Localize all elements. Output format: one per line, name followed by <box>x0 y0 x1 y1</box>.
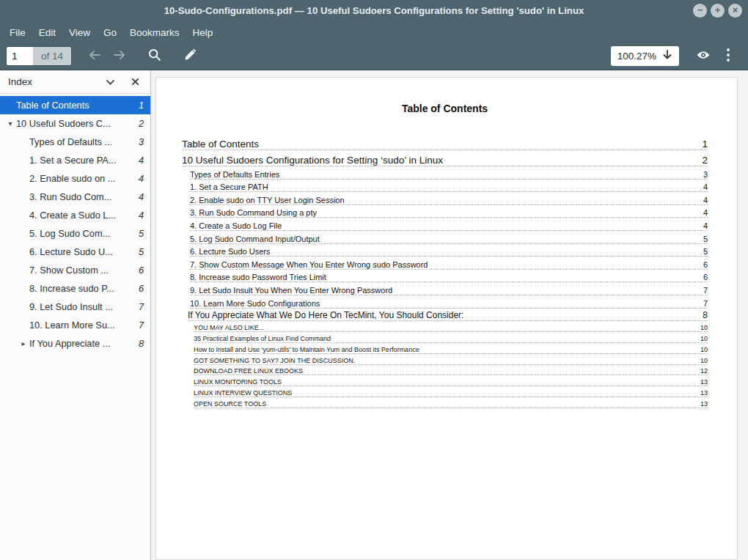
close-icon <box>131 75 139 89</box>
close-button[interactable]: × <box>728 4 742 18</box>
index-tree-item[interactable]: 5. Log Sudo Com...5 <box>0 224 150 243</box>
toc-entry[interactable]: 4. Create a Sudo Log File4 <box>190 218 708 231</box>
index-tree-item[interactable]: 8. Increase sudo P...6 <box>0 279 150 298</box>
options-menu-button[interactable] <box>716 45 741 67</box>
toc-entry-title: 10 Useful Sudoers Configurations for Set… <box>182 155 696 166</box>
toc-entry-page: 4 <box>697 183 708 191</box>
toc-entry-page: 5 <box>697 247 708 256</box>
toc-entry-page: 10 <box>694 335 708 342</box>
pdf-page: Table of Contents Table of Contents110 U… <box>155 77 738 560</box>
toc-entry[interactable]: 6. Lecture Sudo Users5 <box>190 244 708 257</box>
toc-entry[interactable]: 2. Enable sudo on TTY User Login Session… <box>190 192 708 205</box>
toc-entry-title: 4. Create a Sudo Log File <box>190 221 697 230</box>
toc-entry[interactable]: LINUX MONITORING TOOLS13 <box>194 375 708 386</box>
sidebar-close-button[interactable] <box>127 74 143 90</box>
maximize-button[interactable]: + <box>711 4 725 18</box>
index-item-label: Types of Defaults ... <box>29 136 136 147</box>
document-toc-list: Table of Contents110 Useful Sudoers Conf… <box>182 134 708 408</box>
index-item-page: 1 <box>136 100 150 111</box>
previous-page-button[interactable] <box>82 45 107 67</box>
menu-file[interactable]: File <box>3 24 32 41</box>
toc-entry[interactable]: 35 Practical Examples of Linux Find Comm… <box>194 332 708 343</box>
index-tree-item[interactable]: 9. Let Sudo Insult ...7 <box>0 298 150 316</box>
zoom-level-dropdown[interactable]: 100.27% <box>611 46 679 66</box>
index-tree-item[interactable]: 2. Enable sudo on ...4 <box>0 169 150 188</box>
expanded-icon[interactable]: ▾ <box>4 119 16 128</box>
menu-go[interactable]: Go <box>97 24 123 41</box>
toc-entry-page: 2 <box>696 155 708 166</box>
toc-entry-page: 3 <box>697 170 708 179</box>
toc-entry[interactable]: LINUX INTERVIEW QUESTIONS13 <box>194 386 708 397</box>
sidebar-header: Index <box>0 70 150 94</box>
index-item-label: 3. Run Sudo Com... <box>29 191 136 202</box>
annotate-button[interactable] <box>177 45 202 67</box>
index-item-page: 7 <box>136 301 150 312</box>
index-tree-item[interactable]: 4. Create a Sudo L...4 <box>0 206 150 224</box>
index-tree-item[interactable]: 6. Lecture Sudo U...5 <box>0 243 150 261</box>
search-button[interactable] <box>142 45 167 67</box>
toc-entry-title: LINUX MONITORING TOOLS <box>194 378 694 386</box>
toc-entry[interactable]: How to Install and Use ‘yum-utils’ to Ma… <box>194 343 708 354</box>
menu-help[interactable]: Help <box>186 24 220 41</box>
index-tree-item[interactable]: ▾10 Useful Sudoers C...2 <box>0 114 150 133</box>
toc-entry-page: 4 <box>697 196 708 205</box>
toc-entry[interactable]: 3. Run Sudo Command Using a pty4 <box>190 205 708 218</box>
page-total-label: of 14 <box>33 47 71 65</box>
titlebar[interactable]: 10-Sudo-Configurations.pdf — 10 Useful S… <box>0 0 748 22</box>
menu-edit[interactable]: Edit <box>32 24 62 41</box>
index-item-label: 10. Learn More Su... <box>29 320 136 331</box>
toc-entry-title: If You Appreciate What We Do Here On Tec… <box>188 310 697 320</box>
document-view[interactable]: Table of Contents Table of Contents110 U… <box>151 70 748 560</box>
toc-entry[interactable]: Types of Defaults Entries3 <box>190 166 708 180</box>
search-icon <box>148 48 161 65</box>
toc-entry-title: 10. Learn More Sudo Configurations <box>190 299 697 308</box>
toc-entry-page: 10 <box>694 324 708 331</box>
toc-entry[interactable]: 8. Increase sudo Password Tries Limit6 <box>190 270 708 283</box>
toc-entry[interactable]: YOU MAY ALSO LIKE...10 <box>194 321 708 332</box>
index-item-label: If You Appreciate ... <box>29 338 136 349</box>
minimize-button[interactable]: − <box>693 4 707 18</box>
toc-entry[interactable]: GOT SOMETHING TO SAY? JOIN THE DISCUSSIO… <box>194 354 708 365</box>
toc-entry-title: OPEN SOURCE TOOLS <box>194 400 694 408</box>
toc-entry[interactable]: Table of Contents1 <box>182 134 708 150</box>
toc-entry[interactable]: 5. Log Sudo Command Input/Output5 <box>190 231 708 244</box>
toc-entry-title: LINUX INTERVIEW QUESTIONS <box>194 389 694 397</box>
next-page-button[interactable] <box>107 45 132 67</box>
index-tree-item[interactable]: 10. Learn More Su...7 <box>0 316 150 334</box>
toc-entry-page: 13 <box>694 400 708 408</box>
toc-entry[interactable]: 1. Set a Secure PATH4 <box>190 180 708 193</box>
index-tree-item[interactable]: 3. Run Sudo Com...4 <box>0 188 150 206</box>
toc-entry[interactable]: 9. Let Sudo Insult You When You Enter Wr… <box>190 282 708 295</box>
index-item-page: 7 <box>136 320 150 331</box>
toc-entry-page: 7 <box>697 286 708 295</box>
menu-view[interactable]: View <box>62 24 97 41</box>
toc-entry[interactable]: OPEN SOURCE TOOLS13 <box>194 397 708 408</box>
index-tree-item[interactable]: Table of Contents1 <box>0 96 150 114</box>
index-tree-item[interactable]: ▸If You Appreciate ...8 <box>0 334 150 353</box>
toc-entry[interactable]: If You Appreciate What We Do Here On Tec… <box>188 309 708 322</box>
toc-entry-title: GOT SOMETHING TO SAY? JOIN THE DISCUSSIO… <box>194 357 694 364</box>
collapsed-icon[interactable]: ▸ <box>18 339 29 347</box>
toc-entry-page: 4 <box>697 208 708 217</box>
index-item-page: 5 <box>136 228 150 239</box>
chevron-down-icon <box>106 75 115 89</box>
toc-entry[interactable]: DOWNLOAD FREE LINUX EBOOKS12 <box>194 365 708 376</box>
page-number-input[interactable] <box>7 47 33 65</box>
toc-entry[interactable]: 10 Useful Sudoers Configurations for Set… <box>182 150 708 166</box>
menu-bookmarks[interactable]: Bookmarks <box>123 24 186 41</box>
toc-entry-title: 5. Log Sudo Command Input/Output <box>190 235 697 243</box>
index-tree-item[interactable]: 1. Set a Secure PA...4 <box>0 151 150 169</box>
sidebar-view-dropdown-button[interactable] <box>102 74 118 90</box>
index-item-label: 4. Create a Sudo L... <box>29 210 136 221</box>
view-toggle-button[interactable] <box>691 45 716 67</box>
index-tree-item[interactable]: Types of Defaults ...3 <box>0 133 150 151</box>
index-tree-item[interactable]: 7. Show Custom ...6 <box>0 261 150 279</box>
zoom-level-value: 100.27% <box>617 51 656 62</box>
index-item-page: 8 <box>136 338 150 349</box>
sidebar-view-selector[interactable]: Index <box>8 76 102 87</box>
index-item-label: Table of Contents <box>16 100 136 111</box>
toc-entry[interactable]: 10. Learn More Sudo Configurations7 <box>190 295 708 309</box>
index-item-label: 2. Enable sudo on ... <box>29 173 136 184</box>
toc-entry[interactable]: 7. Show Custom Message When You Enter Wr… <box>190 257 708 270</box>
previous-page-icon <box>87 49 102 64</box>
